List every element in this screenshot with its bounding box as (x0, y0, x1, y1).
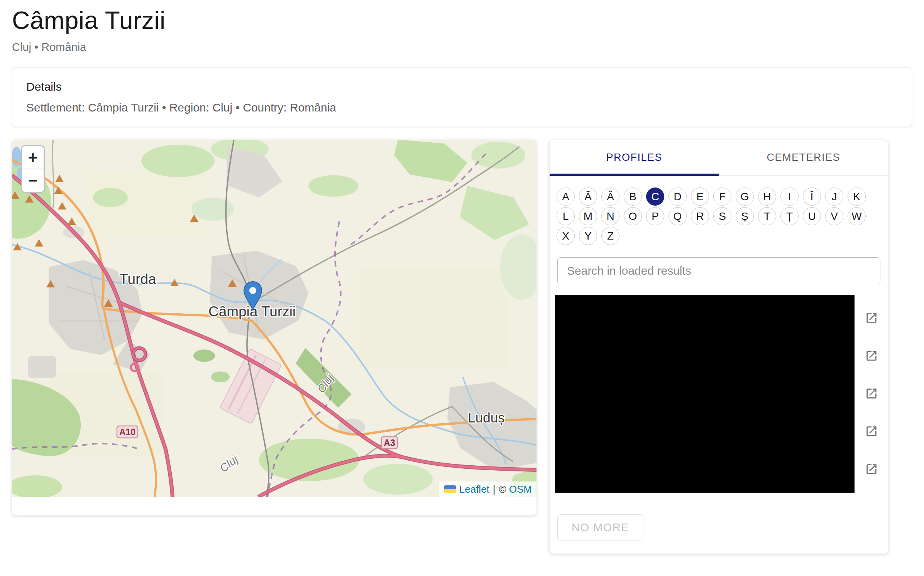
alphabet-letter-E[interactable]: E (691, 187, 709, 206)
redacted-results (555, 295, 855, 493)
active-tab-indicator (550, 174, 719, 176)
alphabet-letter-I[interactable]: I (780, 187, 799, 206)
map-label-turda: Turda (119, 271, 156, 287)
alphabet-letter-Z[interactable]: Z (601, 227, 619, 245)
alphabet-letter-N[interactable]: N (601, 207, 619, 225)
open-in-new-icon[interactable] (865, 349, 878, 362)
page-subtitle: Cluj • România (12, 41, 912, 54)
alphabet-letter-C[interactable]: C (646, 187, 664, 206)
alphabet-letter-Q[interactable]: Q (668, 207, 687, 225)
panel-tabs: PROFILES CEMETERIES (550, 140, 888, 176)
map-label-ludus: Luduș (468, 410, 504, 425)
content-columns: A10 A3 Turda Câmpia Turzii Luduș Cluj Cl… (12, 140, 912, 554)
alphabet-letter-Ț[interactable]: Ț (780, 207, 799, 225)
alphabet-letter-Î[interactable]: Î (803, 187, 821, 206)
leaflet-link[interactable]: Leaflet (459, 483, 489, 495)
alphabet-letter-Ă[interactable]: Ă (579, 187, 597, 206)
alphabet-letter-H[interactable]: H (758, 187, 776, 206)
osm-link[interactable]: OSM (509, 483, 532, 495)
alphabet-letter-D[interactable]: D (668, 187, 687, 206)
alphabet-letter-P[interactable]: P (646, 207, 664, 225)
svg-text:A10: A10 (119, 427, 135, 437)
alphabet-letter-Y[interactable]: Y (579, 227, 597, 245)
open-in-new-icon[interactable] (865, 387, 878, 400)
road-shield-a3: A3 (381, 437, 398, 449)
ukraine-flag-icon (444, 485, 456, 493)
alphabet-letter-T[interactable]: T (758, 207, 776, 225)
details-heading: Details (26, 80, 898, 93)
alphabet-letter-X[interactable]: X (557, 227, 575, 245)
alphabet-letter-U[interactable]: U (803, 207, 821, 225)
settlement-page: Câmpia Turzii Cluj • România Details Set… (0, 0, 924, 576)
alphabet-letter-L[interactable]: L (557, 207, 575, 225)
tab-profiles[interactable]: PROFILES (550, 140, 719, 175)
alphabet-letter-K[interactable]: K (848, 187, 866, 206)
alphabet-letter-M[interactable]: M (579, 207, 597, 225)
results-list (550, 295, 888, 493)
alphabet-letter-R[interactable]: R (691, 207, 709, 225)
page-title: Câmpia Turzii (12, 0, 912, 35)
zoom-in-button[interactable]: + (22, 146, 44, 169)
alphabet-letter-Â[interactable]: Â (601, 187, 619, 206)
no-more-button[interactable]: NO MORE (557, 514, 643, 541)
svg-text:A3: A3 (384, 438, 395, 448)
alphabet-letter-F[interactable]: F (713, 187, 731, 206)
open-in-new-icon[interactable] (865, 311, 878, 324)
map-canvas[interactable]: A10 A3 Turda Câmpia Turzii Luduș Cluj Cl… (12, 140, 536, 497)
alphabet-letter-list: AĂÂBCDEFGHIÎJKLMNOPQRSȘTȚUVWXYZ (550, 176, 888, 249)
tab-cemeteries[interactable]: CEMETERIES (719, 140, 888, 175)
copyright-symbol: © (499, 483, 506, 495)
details-card: Details Settlement: Câmpia Turzii • Regi… (12, 68, 912, 127)
search-input[interactable] (557, 257, 880, 284)
open-in-new-icon[interactable] (865, 463, 878, 476)
road-shield-a10: A10 (117, 426, 138, 438)
external-link-column (855, 295, 888, 493)
alphabet-letter-Ș[interactable]: Ș (736, 207, 754, 225)
alphabet-letter-B[interactable]: B (624, 187, 642, 206)
map-card: A10 A3 Turda Câmpia Turzii Luduș Cluj Cl… (12, 140, 536, 515)
map-zoom-control: + − (21, 145, 45, 193)
attribution-separator: | (493, 483, 496, 495)
alphabet-letter-G[interactable]: G (736, 187, 754, 206)
map-container[interactable]: A10 A3 Turda Câmpia Turzii Luduș Cluj Cl… (12, 140, 536, 497)
alphabet-letter-J[interactable]: J (825, 187, 843, 206)
alphabet-letter-W[interactable]: W (848, 207, 866, 225)
alphabet-letter-V[interactable]: V (825, 207, 843, 225)
search-wrap (550, 249, 888, 284)
alphabet-letter-O[interactable]: O (624, 207, 642, 225)
alphabet-letter-S[interactable]: S (713, 207, 731, 225)
results-panel: PROFILES CEMETERIES AĂÂBCDEFGHIÎJKLMNOPQ… (549, 140, 888, 554)
map-attribution: Leaflet | © OSM (439, 481, 536, 497)
open-in-new-icon[interactable] (865, 425, 878, 438)
zoom-out-button[interactable]: − (22, 169, 44, 192)
alphabet-letter-A[interactable]: A (557, 187, 575, 206)
details-text: Settlement: Câmpia Turzii • Region: Cluj… (26, 101, 898, 114)
